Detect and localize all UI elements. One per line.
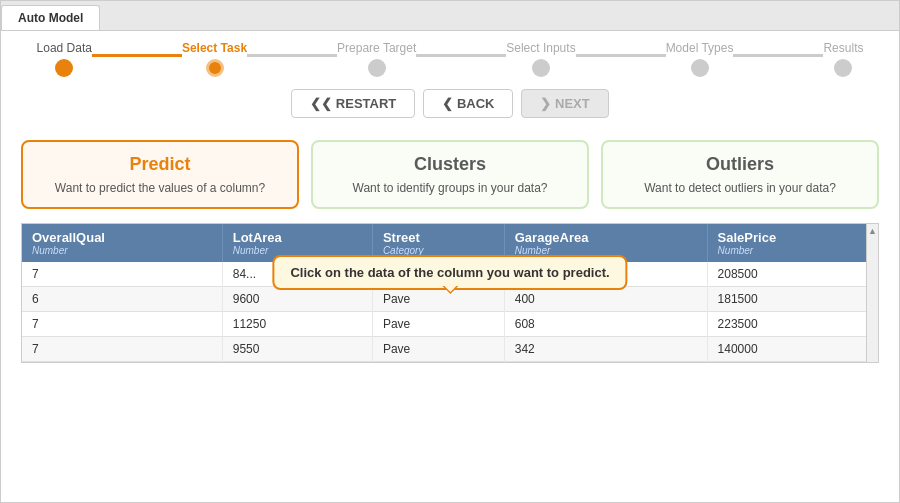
step-dot-model-types (691, 59, 709, 77)
scroll-up-icon[interactable]: ▲ (866, 224, 879, 238)
cell: 342 (504, 337, 707, 362)
col-type-overallqual: Number (32, 245, 212, 256)
col-header-saleprice[interactable]: SalePrice Number (707, 224, 877, 262)
cell: 6 (22, 287, 222, 312)
step-connector-1 (247, 54, 337, 57)
table-row[interactable]: 7 11250 Pave 608 223500 (22, 312, 878, 337)
predict-card-desc: Want to predict the values of a column? (38, 181, 282, 195)
outliers-card-desc: Want to detect outliers in your data? (618, 181, 862, 195)
step-select-task: Select Task (182, 41, 247, 77)
table-row[interactable]: 7 9550 Pave 342 140000 (22, 337, 878, 362)
cell: 11250 (222, 312, 372, 337)
step-select-inputs: Select Inputs (506, 41, 575, 77)
cell: 7 (22, 262, 222, 287)
step-label-select-inputs: Select Inputs (506, 41, 575, 55)
outliers-card-title: Outliers (618, 154, 862, 175)
col-name-garagearea: GarageArea (515, 230, 589, 245)
step-connector-2 (416, 54, 506, 57)
col-type-saleprice: Number (718, 245, 867, 256)
col-name-overallqual: OverallQual (32, 230, 105, 245)
col-name-saleprice: SalePrice (718, 230, 777, 245)
tooltip-box: Click on the data of the column you want… (272, 255, 627, 290)
main-content: Load Data Select Task Prepare Target Sel… (1, 31, 899, 373)
step-label-prepare-target: Prepare Target (337, 41, 416, 55)
step-results: Results (823, 41, 863, 77)
clusters-card-title: Clusters (328, 154, 572, 175)
cell: 181500 (707, 287, 877, 312)
task-cards: Predict Want to predict the values of a … (21, 128, 879, 223)
cell: Pave (372, 312, 504, 337)
step-dot-results (834, 59, 852, 77)
step-label-results: Results (823, 41, 863, 55)
col-name-lotarea: LotArea (233, 230, 282, 245)
clusters-card-desc: Want to identify groups in your data? (328, 181, 572, 195)
tab-bar: Auto Model (1, 1, 899, 31)
cell: 9550 (222, 337, 372, 362)
cell: 223500 (707, 312, 877, 337)
step-label-load-data: Load Data (37, 41, 92, 55)
step-connector-0 (92, 54, 182, 57)
outliers-card[interactable]: Outliers Want to detect outliers in your… (601, 140, 879, 209)
step-prepare-target: Prepare Target (337, 41, 416, 77)
col-name-street: Street (383, 230, 420, 245)
data-table-wrapper: OverallQual Number LotArea Number Street… (21, 223, 879, 363)
cell: 608 (504, 312, 707, 337)
step-model-types: Model Types (666, 41, 734, 77)
cell: 140000 (707, 337, 877, 362)
col-header-overallqual[interactable]: OverallQual Number (22, 224, 222, 262)
tooltip-container: Click on the data of the column you want… (272, 255, 627, 290)
step-load-data: Load Data (37, 41, 92, 77)
cell: 7 (22, 337, 222, 362)
step-dot-load-data (55, 59, 73, 77)
cell: 400 (504, 287, 707, 312)
step-dot-prepare-target (368, 59, 386, 77)
restart-button[interactable]: ❮❮ RESTART (291, 89, 415, 118)
clusters-card[interactable]: Clusters Want to identify groups in your… (311, 140, 589, 209)
back-button[interactable]: ❮ BACK (423, 89, 513, 118)
cell: 9600 (222, 287, 372, 312)
step-dot-select-task (206, 59, 224, 77)
step-label-select-task: Select Task (182, 41, 247, 55)
cell: Pave (372, 337, 504, 362)
nav-buttons: ❮❮ RESTART ❮ BACK ❯ NEXT (21, 79, 879, 128)
step-connector-3 (576, 54, 666, 57)
next-button[interactable]: ❯ NEXT (521, 89, 608, 118)
main-window: Auto Model Load Data Select Task Prepare… (0, 0, 900, 503)
cell: 7 (22, 312, 222, 337)
step-dot-select-inputs (532, 59, 550, 77)
predict-card[interactable]: Predict Want to predict the values of a … (21, 140, 299, 209)
step-connector-4 (733, 54, 823, 57)
cell: 208500 (707, 262, 877, 287)
cell: Pave (372, 287, 504, 312)
stepper: Load Data Select Task Prepare Target Sel… (21, 41, 879, 77)
scrollbar[interactable]: ▲ (866, 224, 878, 362)
step-label-model-types: Model Types (666, 41, 734, 55)
predict-card-title: Predict (38, 154, 282, 175)
auto-model-tab[interactable]: Auto Model (1, 5, 100, 30)
